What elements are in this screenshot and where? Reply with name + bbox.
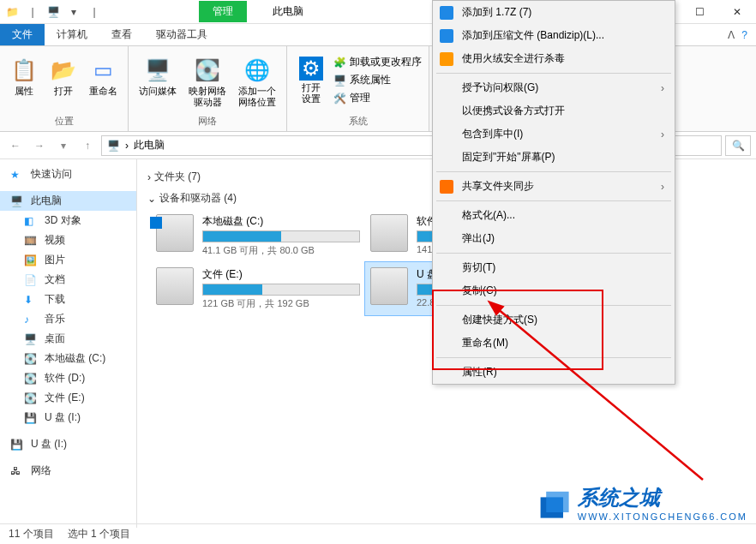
menu-item-icon [440,29,453,43]
watermark-title: 系统之城 [578,484,747,511]
search-box[interactable]: 🔍 [725,135,751,156]
close-button[interactable]: ✕ [718,0,756,24]
context-menu-item[interactable]: 授予访问权限(G)› [433,76,675,99]
sidebar-pictures[interactable]: 🖼️图片 [0,250,136,270]
collapse-ribbon-icon[interactable]: ᐱ [728,29,735,41]
ribbon-uninstall-programs[interactable]: 🧩卸载或更改程序 [333,55,422,69]
programs-icon: 🧩 [333,57,346,69]
usb-icon: 💾 [10,439,26,451]
ribbon-properties[interactable]: 📋属性 [7,55,41,99]
ribbon-access-media[interactable]: 🖥️访问媒体 [135,55,180,99]
context-menu-item[interactable]: 格式化(A)... [433,204,675,227]
context-menu-separator [436,73,671,74]
search-icon: 🔍 [732,140,745,152]
menu-item-label: 格式化(A)... [462,208,515,223]
status-selected-count: 选中 1 个项目 [68,527,130,541]
nav-history-dropdown[interactable]: ▾ [53,135,74,156]
menu-item-icon [440,52,453,66]
menu-view[interactable]: 查看 [99,24,144,45]
watermark-url: WWW.XITONGCHENG66.COM [578,511,747,522]
contextual-tab-manage[interactable]: 管理 [199,1,247,22]
menu-item-label: 固定到"开始"屏幕(P) [462,150,555,164]
menu-drive-tools[interactable]: 驱动器工具 [144,24,219,45]
help-icon[interactable]: ? [741,29,747,41]
drive-icon: 💽 [24,373,39,385]
nav-up-button[interactable]: ↑ [77,135,98,156]
watermark-icon [535,484,573,522]
drive-name: 文件 (E:) [202,267,360,282]
nav-back-button[interactable]: ← [5,135,26,156]
drive-icon [370,214,408,252]
ribbon-open-settings[interactable]: ⚙打开 设置 [294,55,328,106]
context-menu-item[interactable]: 共享文件夹同步› [433,175,675,198]
sidebar-music[interactable]: ♪音乐 [0,309,136,329]
document-icon: 📄 [24,274,39,286]
sidebar-documents[interactable]: 📄文档 [0,270,136,290]
drive-stats: 121 GB 可用，共 192 GB [202,297,360,310]
sidebar-files-e[interactable]: 💽文件 (E:) [0,388,136,408]
context-menu: 添加到 1.7Z (7)添加到压缩文件 (Bandizip)(L)...使用火绒… [432,0,675,385]
drive-item[interactable]: 文件 (E:) 121 GB 可用，共 192 GB [151,262,365,315]
sidebar-downloads[interactable]: ⬇下载 [0,290,136,309]
sidebar-software-d[interactable]: 💽软件 (D:) [0,368,136,388]
context-menu-item[interactable]: 固定到"开始"屏幕(P) [433,146,675,169]
context-menu-item[interactable]: 包含到库中(I)› [433,123,675,146]
watermark: 系统之城 WWW.XITONGCHENG66.COM [535,484,747,522]
sidebar-udisk-i-2[interactable]: 💾U 盘 (I:) [0,434,136,454]
svg-rect-2 [546,492,568,512]
context-menu-item[interactable]: 创建快捷方式(S) [433,308,675,332]
context-menu-item[interactable]: 重命名(M) [433,332,675,355]
ribbon-manage[interactable]: 🛠️管理 [333,91,422,105]
context-menu-item[interactable]: 弹出(J) [433,227,675,250]
breadcrumb[interactable]: 此电脑 [134,138,165,152]
sidebar: ★快速访问 🖥️此电脑 ◧3D 对象 🎞️视频 🖼️图片 📄文档 ⬇下载 ♪音乐… [0,159,137,528]
drive-icon [370,267,408,305]
menu-computer[interactable]: 计算机 [45,24,99,45]
folder-icon[interactable]: 📁 [3,3,21,21]
desktop-icon: 🖥️ [24,333,39,345]
usb-icon: 💾 [24,412,39,424]
cube-icon: ◧ [24,215,39,227]
context-menu-item[interactable]: 添加到压缩文件 (Bandizip)(L)... [433,24,675,47]
context-menu-item[interactable]: 属性(R) [433,361,675,384]
nav-forward-button[interactable]: → [29,135,50,156]
sidebar-local-disk-c[interactable]: 💽本地磁盘 (C:) [0,349,136,368]
sidebar-videos[interactable]: 🎞️视频 [0,230,136,250]
maximize-button[interactable]: ☐ [681,0,718,24]
sidebar-desktop[interactable]: 🖥️桌面 [0,329,136,349]
context-menu-separator [436,171,671,172]
sidebar-udisk-i[interactable]: 💾U 盘 (I:) [0,408,136,427]
drive-icon [156,267,194,305]
context-menu-separator [436,253,671,254]
menu-item-label: 包含到库中(I) [462,127,523,141]
qat-sep: | [24,3,41,21]
submenu-arrow-icon: › [661,129,664,140]
status-item-count: 11 个项目 [9,527,54,541]
drive-item[interactable]: 本地磁盘 (C:) 41.1 GB 可用，共 80.0 GB [151,209,365,262]
sidebar-3d-objects[interactable]: ◧3D 对象 [0,211,136,230]
menu-file[interactable]: 文件 [0,24,45,45]
chevron-down-icon: ⌄ [147,193,156,205]
network-icon: 🖧 [10,465,26,477]
ribbon-rename[interactable]: ▭重命名 [86,55,121,99]
window-title: 此电脑 [273,4,303,19]
menu-item-label: 剪切(T) [462,260,495,275]
context-menu-item[interactable]: 复制(C) [433,279,675,302]
sidebar-network[interactable]: 🖧网络 [0,461,136,481]
context-menu-item[interactable]: 添加到 1.7Z (7) [433,1,675,24]
context-menu-item[interactable]: 以便携式设备方式打开 [433,99,675,123]
monitor-icon[interactable]: 🖥️ [45,3,62,21]
ribbon-map-drive[interactable]: 💽映射网络 驱动器 [185,55,230,110]
ribbon-open[interactable]: 📂打开 [46,55,81,99]
ribbon-add-network-location[interactable]: 🌐添加一个 网络位置 [235,55,279,110]
context-menu-item[interactable]: 剪切(T) [433,256,675,279]
menu-item-label: 创建快捷方式(S) [462,313,537,327]
context-menu-separator [436,200,671,201]
ribbon-system-properties[interactable]: 🖥️系统属性 [333,73,422,87]
quick-access-toolbar: 📁 | 🖥️ ▾ | [0,3,106,21]
context-menu-item[interactable]: 使用火绒安全进行杀毒 [433,47,675,70]
sidebar-quick-access[interactable]: ★快速访问 [0,164,136,184]
sidebar-this-pc[interactable]: 🖥️此电脑 [0,191,136,211]
qat-dropdown-icon[interactable]: ▾ [65,3,82,21]
menu-item-label: 添加到压缩文件 (Bandizip)(L)... [462,28,604,43]
